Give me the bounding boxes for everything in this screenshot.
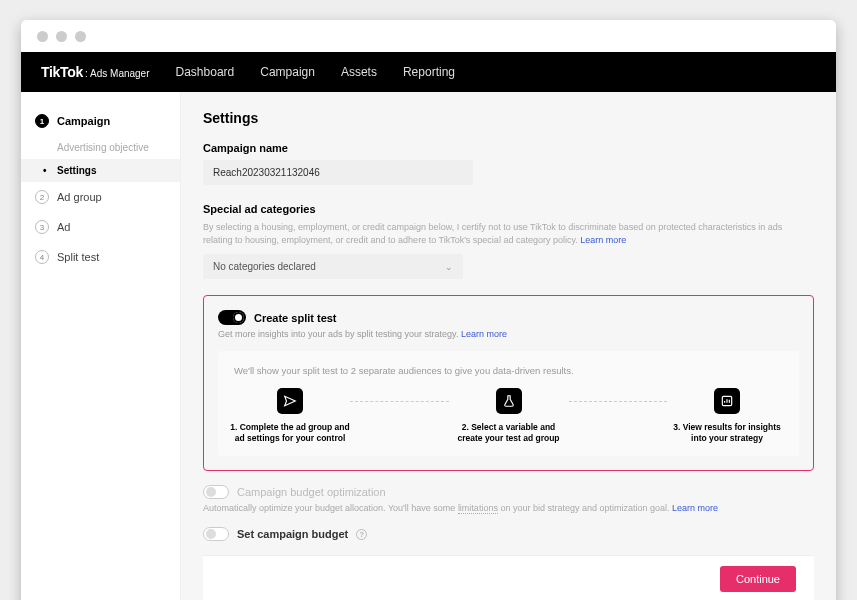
split-test-desc: Get more insights into your ads by split… xyxy=(218,329,799,339)
special-ad-categories-label: Special ad categories xyxy=(203,203,814,215)
nav-reporting[interactable]: Reporting xyxy=(403,65,455,79)
cbo-toggle[interactable] xyxy=(203,485,229,499)
special-ad-categories-select[interactable]: No categories declared ⌄ xyxy=(203,254,463,279)
cbo-section: Campaign budget optimization Automatical… xyxy=(203,485,814,513)
cbo-desc: Automatically optimize your budget alloc… xyxy=(203,503,814,513)
app-window: TikTok: Ads Manager Dashboard Campaign A… xyxy=(21,20,836,600)
nav-campaign[interactable]: Campaign xyxy=(260,65,315,79)
learn-more-link[interactable]: Learn more xyxy=(672,503,718,513)
split-test-steps: We'll show your split test to 2 separate… xyxy=(218,351,799,456)
window-titlebar xyxy=(21,20,836,52)
steps-intro: We'll show your split test to 2 separate… xyxy=(230,365,787,376)
page-title: Settings xyxy=(203,110,814,126)
chevron-down-icon: ⌄ xyxy=(445,262,453,272)
send-icon xyxy=(277,388,303,414)
step-number-icon: 4 xyxy=(35,250,49,264)
sidebar-label: Split test xyxy=(57,251,99,263)
step-text: 1. Complete the ad group and ad settings… xyxy=(230,422,350,444)
step-number-icon: 3 xyxy=(35,220,49,234)
learn-more-link[interactable]: Learn more xyxy=(461,329,507,339)
campaign-name-input[interactable] xyxy=(203,160,473,185)
sidebar-sub-settings[interactable]: Settings xyxy=(21,159,180,182)
sidebar-step-ad[interactable]: 3Ad xyxy=(21,212,180,242)
step-text: 2. Select a variable and create your tes… xyxy=(449,422,569,444)
special-ad-categories-desc: By selecting a housing, employment, or c… xyxy=(203,221,814,246)
help-icon[interactable]: ? xyxy=(356,529,367,540)
sidebar-step-adgroup[interactable]: 2Ad group xyxy=(21,182,180,212)
traffic-light-min[interactable] xyxy=(56,31,67,42)
body: 1Campaign Advertising objective Settings… xyxy=(21,92,836,600)
brand-logo: TikTok: Ads Manager xyxy=(41,64,150,80)
sidebar-step-split[interactable]: 4Split test xyxy=(21,242,180,272)
sidebar: 1Campaign Advertising objective Settings… xyxy=(21,92,181,600)
select-value: No categories declared xyxy=(213,261,316,272)
split-test-label: Create split test xyxy=(254,312,337,324)
sidebar-label: Ad group xyxy=(57,191,102,203)
learn-more-link[interactable]: Learn more xyxy=(580,235,626,245)
nav-assets[interactable]: Assets xyxy=(341,65,377,79)
budget-toggle[interactable] xyxy=(203,527,229,541)
traffic-light-close[interactable] xyxy=(37,31,48,42)
main-panel: Settings Campaign name Special ad catego… xyxy=(181,92,836,600)
chart-icon xyxy=(714,388,740,414)
sidebar-step-campaign[interactable]: 1Campaign xyxy=(21,106,180,136)
cbo-label: Campaign budget optimization xyxy=(237,486,386,498)
step-text: 3. View results for insights into your s… xyxy=(667,422,787,444)
budget-label: Set campaign budget xyxy=(237,528,348,540)
nav-dashboard[interactable]: Dashboard xyxy=(176,65,235,79)
step-number-icon: 1 xyxy=(35,114,49,128)
step-2: 2. Select a variable and create your tes… xyxy=(449,388,569,444)
beaker-icon xyxy=(496,388,522,414)
continue-button[interactable]: Continue xyxy=(720,566,796,592)
footer-bar: Continue xyxy=(203,555,814,600)
split-test-toggle[interactable] xyxy=(218,310,246,325)
sidebar-label: Campaign xyxy=(57,115,110,127)
sidebar-label: Ad xyxy=(57,221,70,233)
sidebar-sub-objective[interactable]: Advertising objective xyxy=(21,136,180,159)
step-1: 1. Complete the ad group and ad settings… xyxy=(230,388,350,444)
step-connector xyxy=(569,401,668,402)
step-number-icon: 2 xyxy=(35,190,49,204)
step-connector xyxy=(350,401,449,402)
top-nav: TikTok: Ads Manager Dashboard Campaign A… xyxy=(21,52,836,92)
traffic-light-max[interactable] xyxy=(75,31,86,42)
step-3: 3. View results for insights into your s… xyxy=(667,388,787,444)
budget-section: Set campaign budget ? xyxy=(203,527,814,541)
split-test-card: Create split test Get more insights into… xyxy=(203,295,814,471)
campaign-name-label: Campaign name xyxy=(203,142,814,154)
